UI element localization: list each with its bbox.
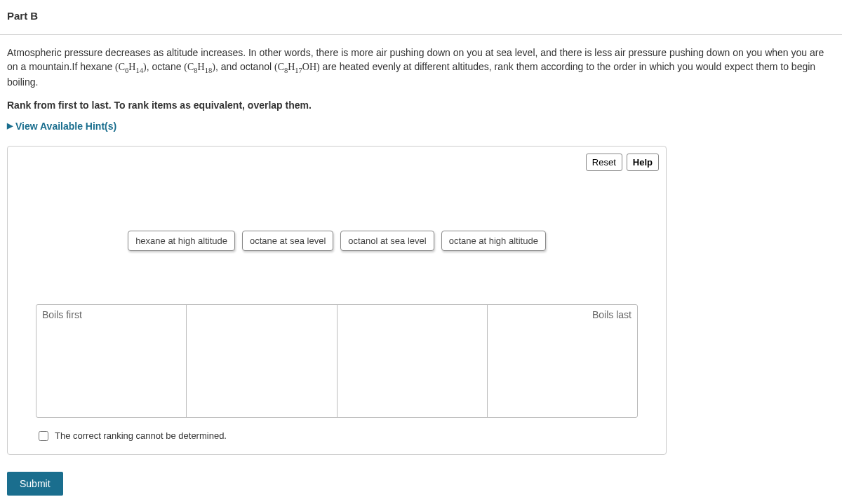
bin-1[interactable] — [36, 305, 187, 417]
bin-4[interactable] — [488, 305, 637, 417]
question-text-part-c: , and octanol — [215, 61, 274, 72]
rank-item-octane-high-altitude[interactable]: octane at high altitude — [441, 231, 546, 251]
bin-2[interactable] — [187, 305, 337, 417]
rank-item-octane-sea-level[interactable]: octane at sea level — [242, 231, 333, 251]
formula-octanol: (C8H17OH) — [274, 62, 320, 72]
question-text-part-b: , octane — [147, 61, 185, 72]
cannot-determine-checkbox[interactable] — [39, 431, 48, 441]
bin-3[interactable] — [338, 305, 488, 417]
cannot-determine-label: The correct ranking cannot be determined… — [55, 430, 227, 441]
formula-hexane: (C6H14) — [115, 62, 147, 72]
submit-button[interactable]: Submit — [7, 472, 63, 496]
bin-label-last: Boils last — [592, 309, 632, 320]
rank-instruction: Rank from first to last. To rank items a… — [0, 93, 842, 116]
triangle-right-icon: ▶ — [7, 121, 13, 130]
submit-row: Submit — [0, 459, 842, 503]
rank-item-hexane-high-altitude[interactable]: hexane at high altitude — [128, 231, 235, 251]
formula-octane: (C8H18) — [184, 62, 215, 72]
reset-button[interactable]: Reset — [586, 154, 622, 171]
hints-toggle[interactable]: ▶ View Available Hint(s) — [0, 116, 842, 142]
ranking-workspace: Reset Help hexane at high altitude octan… — [7, 146, 667, 455]
hints-label: View Available Hint(s) — [15, 121, 116, 132]
ranking-bins[interactable]: Boils first Boils last — [36, 304, 638, 418]
rank-item-octanol-sea-level[interactable]: octanol at sea level — [340, 231, 434, 251]
bin-label-first: Boils first — [42, 309, 82, 320]
help-button[interactable]: Help — [627, 154, 659, 171]
question-text: Atmospheric pressure decreases as altitu… — [0, 35, 842, 93]
cannot-determine-row: The correct ranking cannot be determined… — [15, 425, 659, 447]
items-stage: hexane at high altitude octane at sea le… — [15, 178, 659, 304]
controls-row: Reset Help — [15, 154, 659, 178]
part-header: Part B — [0, 0, 842, 35]
